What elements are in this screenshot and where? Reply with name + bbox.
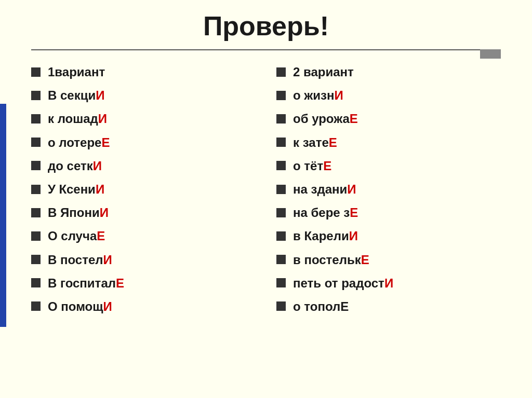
item-text: В ЯпониИ <box>48 204 109 221</box>
bullet-icon <box>276 231 286 241</box>
item-text: к затеЕ <box>293 134 337 150</box>
bullet-icon <box>276 91 286 100</box>
page-title: Проверь! <box>31 10 501 42</box>
item-text: В госпиталЕ <box>48 275 124 291</box>
bullet-icon <box>31 231 41 241</box>
item-text: в КарелиИ <box>293 228 358 244</box>
bullet-icon <box>276 208 286 217</box>
corner-decoration <box>480 49 501 59</box>
bullet-icon <box>31 67 41 77</box>
bullet-icon <box>31 138 41 147</box>
item-text: о тополЕ <box>293 298 349 314</box>
content-area: 1вариант В секциИ к лошадИ о лотереЕ до … <box>31 61 501 318</box>
left-bar <box>0 104 6 327</box>
list-item: У КсениИ <box>31 178 256 200</box>
item-text: петь от радостИ <box>293 275 393 291</box>
list-item: 1вариант <box>31 61 256 83</box>
bullet-icon <box>276 255 286 264</box>
list-item: В постелИ <box>31 249 256 271</box>
bullet-icon <box>276 138 286 147</box>
item-text: на зданиИ <box>293 181 356 197</box>
right-column: 2 вариант о жизнИ об урожаЕ к затеЕ о тё… <box>266 61 501 318</box>
item-text: О случаЕ <box>48 228 105 244</box>
bullet-icon <box>276 278 286 287</box>
item-text: к лошадИ <box>48 111 107 127</box>
list-item: О случаЕ <box>31 225 256 247</box>
item-text: об урожаЕ <box>293 111 358 127</box>
divider-line <box>31 49 501 50</box>
list-item: в КарелиИ <box>276 225 501 247</box>
left-header: 1вариант <box>48 64 105 80</box>
list-item: В госпиталЕ <box>31 272 256 294</box>
list-item: на бере зЕ <box>276 201 501 224</box>
bullet-icon <box>276 161 286 170</box>
list-item: о тётЕ <box>276 155 501 177</box>
bullet-icon <box>31 91 41 100</box>
item-text: в постелькЕ <box>293 252 369 268</box>
item-text: В постелИ <box>48 252 112 268</box>
list-item: к затеЕ <box>276 131 501 154</box>
bullet-icon <box>276 114 286 123</box>
list-item: о лотереЕ <box>31 131 256 154</box>
bullet-icon <box>31 208 41 217</box>
bullet-icon <box>31 278 41 287</box>
list-item: о тополЕ <box>276 295 501 318</box>
list-item: в постелькЕ <box>276 249 501 271</box>
item-text: до сеткИ <box>48 158 102 174</box>
list-item: петь от радостИ <box>276 272 501 294</box>
bullet-icon <box>31 255 41 264</box>
list-item: об урожаЕ <box>276 107 501 130</box>
bullet-icon <box>31 185 41 194</box>
list-item: о жизнИ <box>276 84 501 106</box>
list-item: О помощИ <box>31 295 256 318</box>
list-item: В секциИ <box>31 84 256 106</box>
divider-container <box>31 49 501 50</box>
item-text: У КсениИ <box>48 181 104 197</box>
item-text: о тётЕ <box>293 158 331 174</box>
list-item: на зданиИ <box>276 178 501 200</box>
item-text: на бере зЕ <box>293 204 358 221</box>
item-text: о лотереЕ <box>48 134 110 150</box>
list-item: В ЯпониИ <box>31 201 256 224</box>
bullet-icon <box>276 185 286 194</box>
item-text: о жизнИ <box>293 87 343 103</box>
bullet-icon <box>31 114 41 123</box>
right-header: 2 вариант <box>293 64 354 80</box>
item-text: О помощИ <box>48 298 112 314</box>
left-column: 1вариант В секциИ к лошадИ о лотереЕ до … <box>31 61 266 318</box>
list-item: до сеткИ <box>31 155 256 177</box>
item-text: В секциИ <box>48 87 104 103</box>
bullet-icon <box>31 161 41 170</box>
list-item: 2 вариант <box>276 61 501 83</box>
list-item: к лошадИ <box>31 107 256 130</box>
page: Проверь! 1вариант В секциИ к лошадИ о ло… <box>0 0 532 398</box>
bullet-icon <box>31 301 41 311</box>
bullet-icon <box>276 301 286 311</box>
bullet-icon <box>276 67 286 77</box>
